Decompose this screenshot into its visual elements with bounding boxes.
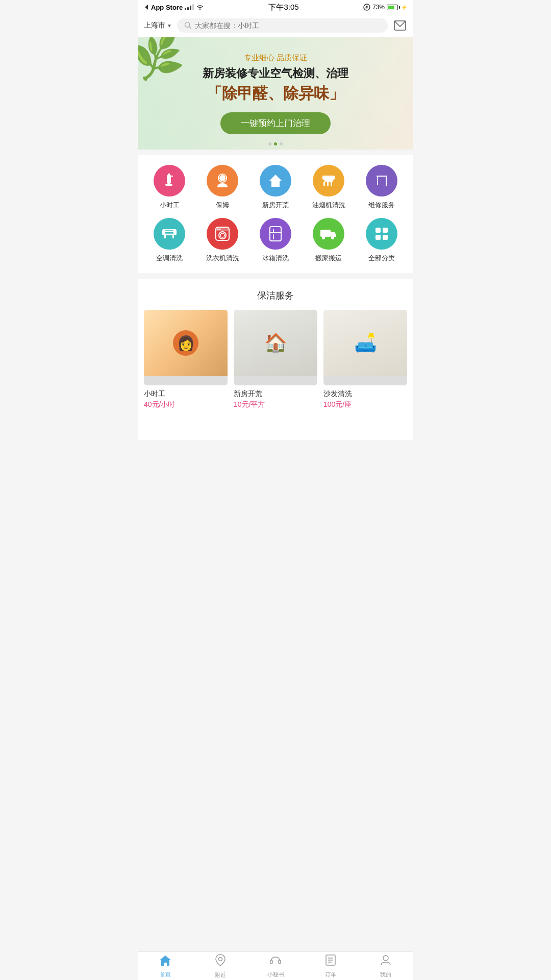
category-label-ac: 空调清洗 xyxy=(156,254,183,263)
svg-rect-44 xyxy=(375,235,381,240)
svg-rect-24 xyxy=(164,235,166,238)
category-icon-moving xyxy=(313,218,344,250)
category-repair[interactable]: 维修服务 xyxy=(355,165,408,210)
mail-button[interactable] xyxy=(393,18,407,33)
service-card-newhouse[interactable]: 🏠 新房开荒 10元/平方 xyxy=(234,310,317,409)
category-icon-washer xyxy=(207,218,238,250)
banner-dot-2[interactable] xyxy=(274,142,277,145)
category-all[interactable]: 全部分类 xyxy=(355,218,408,263)
truck-icon xyxy=(320,227,337,241)
header: 上海市 ▼ xyxy=(138,14,413,37)
battery-percent: 73% xyxy=(372,4,385,11)
battery-icon: ⚡ xyxy=(387,5,407,10)
services-section: 保洁服务 👩 小时工 40元/小时 xyxy=(138,279,413,440)
ac-icon xyxy=(161,226,178,241)
search-input[interactable] xyxy=(195,21,381,30)
svg-rect-8 xyxy=(165,184,172,186)
category-icon-ac xyxy=(154,218,185,250)
grid-icon xyxy=(374,226,389,241)
banner-dot-3 xyxy=(280,142,283,145)
fridge-icon xyxy=(268,226,283,242)
svg-rect-18 xyxy=(331,182,332,186)
svg-rect-14 xyxy=(322,176,335,180)
svg-rect-13 xyxy=(274,184,277,187)
service-card-sofa[interactable]: 🛋️ 沙发清洗 100元/座 xyxy=(323,310,407,409)
maid-icon xyxy=(215,173,230,188)
back-icon xyxy=(144,4,149,10)
service-image-hourly: 👩 xyxy=(144,310,228,385)
category-label-nanny: 保姆 xyxy=(216,201,229,210)
banner-dot-1 xyxy=(268,142,271,145)
search-icon xyxy=(184,21,192,30)
service-name-newhouse: 新房开荒 xyxy=(234,389,317,399)
category-label-new-house: 新房开荒 xyxy=(262,201,289,210)
svg-rect-15 xyxy=(324,180,333,182)
category-label-hourly: 小时工 xyxy=(160,201,180,210)
category-new-house[interactable]: 新房开荒 xyxy=(249,165,302,210)
app-store-label: App Store xyxy=(151,4,183,11)
category-label-all: 全部分类 xyxy=(368,254,395,263)
banner-cta-button[interactable]: 一键预约上门治理 xyxy=(220,112,331,134)
status-bar: App Store 下午3:05 73% ⚡ xyxy=(138,0,413,14)
category-label-repair: 维修服务 xyxy=(368,201,395,210)
location-button[interactable]: 上海市 ▼ xyxy=(144,21,172,30)
svg-rect-6 xyxy=(168,174,170,176)
category-icon-range-hood xyxy=(313,165,344,197)
category-hourly-worker[interactable]: 小时工 xyxy=(143,165,196,210)
svg-point-32 xyxy=(220,233,224,237)
service-price-hourly: 40元/小时 xyxy=(144,400,228,409)
svg-rect-16 xyxy=(323,182,325,186)
categories-section: 小时工 保姆 新房开荒 xyxy=(138,155,413,273)
category-moving[interactable]: 搬家搬运 xyxy=(302,218,355,263)
service-name-hourly: 小时工 xyxy=(144,389,228,399)
category-grid: 小时工 保姆 新房开荒 xyxy=(143,165,408,263)
category-icon-repair xyxy=(366,165,397,197)
category-label-washer: 洗衣机清洗 xyxy=(206,254,239,263)
category-ac-cleaning[interactable]: 空调清洗 xyxy=(143,218,196,263)
category-label-fridge: 冰箱清洗 xyxy=(262,254,289,263)
svg-rect-45 xyxy=(383,235,388,240)
service-card-hourly[interactable]: 👩 小时工 40元/小时 xyxy=(144,310,228,409)
category-range-hood[interactable]: 油烟机清洗 xyxy=(302,165,355,210)
banner-title: 新房装修专业空气检测、治理 xyxy=(203,66,348,81)
svg-point-9 xyxy=(219,175,226,181)
service-image-newhouse: 🏠 xyxy=(234,310,317,385)
chevron-down-icon: ▼ xyxy=(167,23,172,29)
svg-rect-39 xyxy=(320,230,331,237)
svg-rect-17 xyxy=(327,182,329,186)
status-time: 下午3:05 xyxy=(268,3,298,12)
services-title: 保洁服务 xyxy=(144,289,407,302)
search-bar[interactable] xyxy=(177,18,388,33)
banner-dots xyxy=(268,142,283,145)
category-fridge-cleaning[interactable]: 冰箱清洗 xyxy=(249,218,302,263)
house-icon xyxy=(267,173,284,189)
rotation-lock-icon xyxy=(363,4,370,11)
ruler-icon xyxy=(373,173,390,189)
banner-subtitle: 专业细心 品质保证 xyxy=(203,53,348,63)
banner-highlight: 「除甲醛、除异味」 xyxy=(203,83,348,104)
category-icon-fridge xyxy=(260,218,291,250)
category-icon-nanny xyxy=(207,165,238,197)
svg-point-41 xyxy=(331,236,334,239)
category-icon-hourly xyxy=(154,165,185,197)
svg-line-3 xyxy=(189,27,191,28)
svg-rect-7 xyxy=(170,176,173,177)
services-grid: 👩 小时工 40元/小时 🏠 新房开荒 10元/平方 xyxy=(144,310,407,409)
service-image-sofa: 🛋️ xyxy=(323,310,407,385)
category-label-range-hood: 油烟机清洗 xyxy=(312,201,345,210)
exhaust-icon xyxy=(320,173,337,189)
status-right: 73% ⚡ xyxy=(363,4,407,11)
svg-rect-25 xyxy=(172,235,174,238)
svg-point-40 xyxy=(322,236,325,239)
svg-marker-11 xyxy=(269,175,282,181)
washer-icon xyxy=(215,226,230,241)
category-nanny[interactable]: 保姆 xyxy=(196,165,249,210)
signal-icon xyxy=(185,4,194,10)
wifi-icon xyxy=(196,4,204,10)
category-washer-cleaning[interactable]: 洗衣机清洗 xyxy=(196,218,249,263)
banner-content: 专业细心 品质保证 新房装修专业空气检测、治理 「除甲醛、除异味」 一键预约上门… xyxy=(203,53,348,134)
svg-marker-0 xyxy=(145,5,148,10)
banner: 🌿 专业细心 品质保证 新房装修专业空气检测、治理 「除甲醛、除异味」 一键预约… xyxy=(138,37,413,150)
status-left: App Store xyxy=(144,4,204,11)
svg-point-34 xyxy=(219,229,221,230)
